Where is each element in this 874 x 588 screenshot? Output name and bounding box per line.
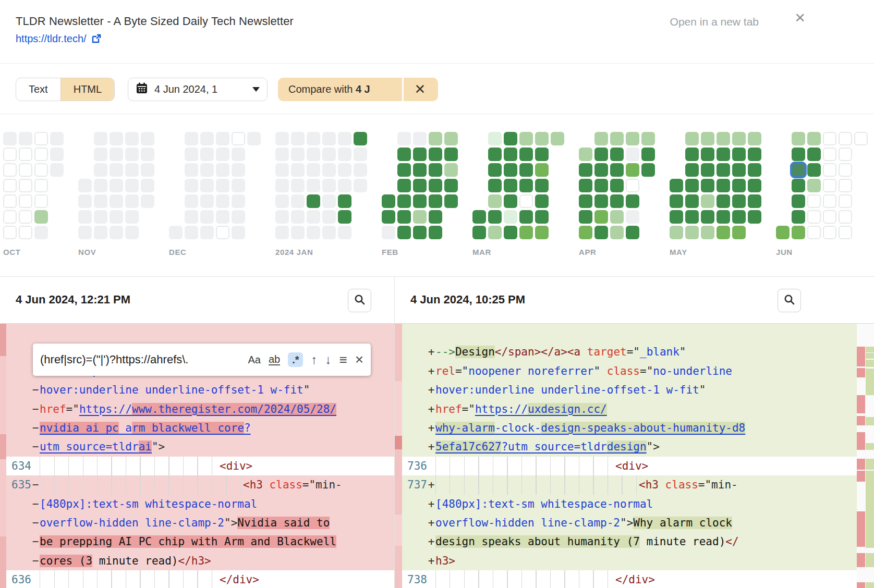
heatmap-cell[interactable] <box>19 179 32 192</box>
heatmap-cell[interactable] <box>413 179 427 192</box>
heatmap-cell[interactable] <box>839 210 852 224</box>
heatmap-cell[interactable] <box>78 210 92 224</box>
heatmap-cell[interactable] <box>701 194 714 208</box>
heatmap-cell[interactable] <box>216 179 229 192</box>
heatmap-cell[interactable] <box>839 148 852 161</box>
heatmap-cell[interactable] <box>839 194 852 208</box>
right-search-button[interactable] <box>778 289 801 312</box>
heatmap-cell[interactable] <box>444 163 458 177</box>
heatmap-cell[interactable] <box>488 163 502 177</box>
heatmap-cell[interactable] <box>685 226 699 239</box>
heatmap-cell[interactable] <box>34 194 48 208</box>
heatmap-cell[interactable] <box>200 179 214 192</box>
heatmap-cell[interactable] <box>397 132 411 145</box>
compare-clear-icon[interactable]: ✕ <box>402 78 436 101</box>
heatmap-cell[interactable] <box>200 226 214 239</box>
heatmap-cell[interactable] <box>185 194 198 208</box>
tab-html[interactable]: HTML <box>60 78 114 101</box>
find-query-input[interactable]: (href|src)=("|')?https://ahrefs\. <box>40 353 240 366</box>
heatmap-cell[interactable] <box>594 194 608 208</box>
heatmap-cell[interactable] <box>839 132 852 145</box>
heatmap-cell[interactable] <box>626 226 639 239</box>
heatmap-cell[interactable] <box>322 210 336 224</box>
heatmap-cell[interactable] <box>338 179 351 192</box>
heatmap-cell[interactable] <box>444 194 458 208</box>
heatmap-cell[interactable] <box>322 148 336 161</box>
heatmap-cell[interactable] <box>19 226 32 239</box>
heatmap-cell[interactable] <box>610 210 624 224</box>
heatmap-cell[interactable] <box>535 226 549 239</box>
heatmap-cell[interactable] <box>141 179 154 192</box>
heatmap-cell[interactable] <box>397 179 411 192</box>
heatmap-cell[interactable] <box>338 226 351 239</box>
heatmap-cell[interactable] <box>338 210 351 224</box>
heatmap-cell[interactable] <box>307 226 320 239</box>
heatmap-cell[interactable] <box>504 163 517 177</box>
heatmap-cell[interactable] <box>732 194 746 208</box>
heatmap-cell[interactable] <box>472 226 486 239</box>
heatmap-cell[interactable] <box>141 163 154 177</box>
heatmap-cell[interactable] <box>322 132 336 145</box>
heatmap-cell[interactable] <box>110 179 123 192</box>
heatmap-cell[interactable] <box>504 210 517 224</box>
heatmap-cell[interactable] <box>216 163 229 177</box>
heatmap-cell[interactable] <box>200 132 214 145</box>
heatmap-cell[interactable] <box>641 148 655 161</box>
heatmap-cell[interactable] <box>701 148 714 161</box>
heatmap-cell[interactable] <box>232 163 245 177</box>
heatmap-cell[interactable] <box>626 194 639 208</box>
heatmap-cell[interactable] <box>792 226 805 239</box>
heatmap-cell[interactable] <box>3 194 17 208</box>
heatmap-cell[interactable] <box>823 163 836 177</box>
heatmap-cell[interactable] <box>397 210 411 224</box>
heatmap-cell[interactable] <box>110 210 123 224</box>
heatmap-cell[interactable] <box>610 226 624 239</box>
heatmap-cell[interactable] <box>307 163 320 177</box>
heatmap-cell[interactable] <box>701 163 714 177</box>
heatmap-cell[interactable] <box>232 132 245 145</box>
heatmap-cell[interactable] <box>701 179 714 192</box>
heatmap-cell[interactable] <box>701 226 714 239</box>
heatmap-cell[interactable] <box>94 226 107 239</box>
heatmap-cell[interactable] <box>94 148 107 161</box>
find-previous-icon[interactable]: ↑ <box>311 353 317 366</box>
heatmap-cell[interactable] <box>429 148 442 161</box>
heatmap-cell[interactable] <box>125 163 139 177</box>
heatmap-cell[interactable] <box>322 226 336 239</box>
heatmap-cell[interactable] <box>626 179 639 192</box>
heatmap-cell[interactable] <box>839 226 852 239</box>
heatmap-cell[interactable] <box>3 148 17 161</box>
heatmap-cell[interactable] <box>535 132 549 145</box>
compare-with-button[interactable]: Compare with 4 J ✕ <box>278 78 438 101</box>
heatmap-cell[interactable] <box>382 194 395 208</box>
match-case-button[interactable]: Aa <box>248 354 260 365</box>
heatmap-cell[interactable] <box>216 148 229 161</box>
heatmap-cell[interactable] <box>807 210 821 224</box>
heatmap-cell[interactable] <box>397 148 411 161</box>
heatmap-cell[interactable] <box>322 163 336 177</box>
heatmap-cell[interactable] <box>732 163 746 177</box>
heatmap-cell[interactable] <box>535 179 549 192</box>
heatmap-cell[interactable] <box>275 210 289 224</box>
heatmap-cell[interactable] <box>488 194 502 208</box>
heatmap-cell[interactable] <box>382 226 395 239</box>
heatmap-cell[interactable] <box>807 179 821 192</box>
heatmap-cell[interactable] <box>397 194 411 208</box>
heatmap-cell[interactable] <box>685 163 699 177</box>
heatmap-cell[interactable] <box>338 148 351 161</box>
heatmap-cell[interactable] <box>291 148 305 161</box>
heatmap-cell[interactable] <box>50 148 64 161</box>
heatmap-cell[interactable] <box>807 226 821 239</box>
heatmap-cell[interactable] <box>322 194 336 208</box>
heatmap-cell[interactable] <box>354 179 367 192</box>
heatmap-cell[interactable] <box>19 210 32 224</box>
heatmap-cell[interactable] <box>125 226 139 239</box>
heatmap-cell[interactable] <box>610 148 624 161</box>
heatmap-cell[interactable] <box>19 163 32 177</box>
left-search-button[interactable] <box>348 289 371 312</box>
heatmap-cell[interactable] <box>748 148 761 161</box>
heatmap-cell[interactable] <box>94 194 107 208</box>
heatmap-cell[interactable] <box>125 148 139 161</box>
heatmap-cell[interactable] <box>717 194 730 208</box>
heatmap-cell[interactable] <box>792 132 805 145</box>
